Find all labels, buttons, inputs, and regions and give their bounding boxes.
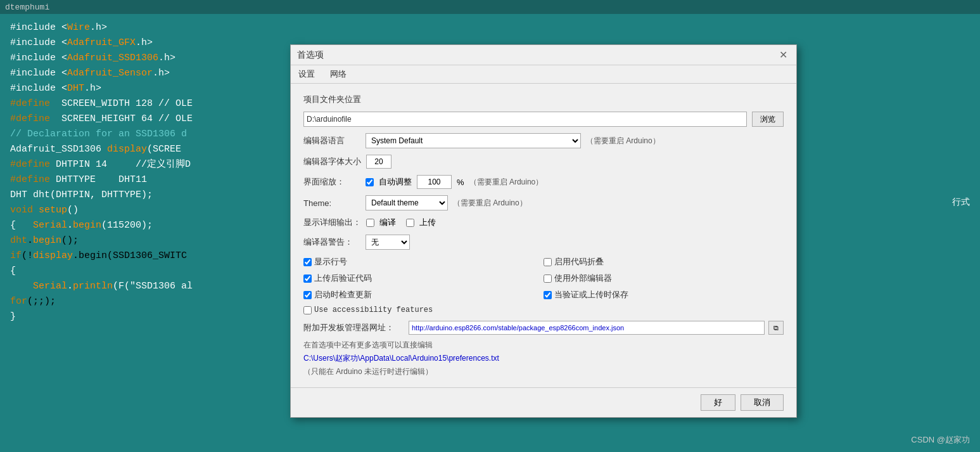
info-text: 在首选项中还有更多选项可以直接编辑 <box>303 340 784 351</box>
dialog-title: 首选项 <box>297 49 324 61</box>
ui-scale-row: 界面缩放： 自动调整 % （需要重启 Arduino） <box>303 175 784 189</box>
ext-editor-checkbox[interactable] <box>544 274 552 283</box>
accessibility-checkbox[interactable] <box>303 306 312 314</box>
scale-pct-input[interactable] <box>417 175 452 189</box>
show-line-label: 显示行号 <box>314 256 347 268</box>
editor-lang-row: 编辑器语言 System Default （需要重启 Arduino） <box>303 133 784 148</box>
upload-label: 上传 <box>419 217 436 228</box>
editor-lang-hint: （需要重启 Arduino） <box>586 136 660 146</box>
project-path-row: 浏览 <box>303 112 784 127</box>
browse-button[interactable]: 浏览 <box>752 112 784 127</box>
ui-scale-label: 界面缩放： <box>303 176 360 188</box>
font-size-label: 编辑器字体大小 <box>303 156 361 167</box>
check-update-checkbox[interactable] <box>303 291 312 299</box>
addon-url-input[interactable] <box>409 321 765 335</box>
compiler-warn-select[interactable]: 无 <box>366 235 410 250</box>
theme-label: Theme: <box>303 198 360 208</box>
close-button[interactable]: ✕ <box>777 49 790 61</box>
dialog-menu: 设置 网络 <box>291 65 796 84</box>
ui-scale-hint: （需要重启 Arduino） <box>469 177 544 188</box>
font-size-row: 编辑器字体大小 <box>303 155 784 169</box>
auto-scale-label: 自动调整 <box>379 176 412 188</box>
file-note: （只能在 Arduino 未运行时进行编辑） <box>303 366 784 377</box>
verify-upload-checkbox[interactable] <box>303 274 312 283</box>
theme-select[interactable]: Default theme <box>366 195 448 210</box>
enable-fold-checkbox[interactable] <box>544 258 552 266</box>
verify-upload-row: 上传后验证代码 <box>303 273 544 284</box>
editor-lang-select[interactable]: System Default <box>366 133 581 148</box>
pct-sign: % <box>457 178 464 187</box>
verbose-label: 显示详细输出： <box>303 217 361 228</box>
addon-url-row: 附加开发板管理器网址： ⧉ <box>303 321 784 335</box>
watermark: CSDN @赵家功 <box>911 434 970 446</box>
theme-hint: （需要重启 Arduino） <box>453 198 527 209</box>
ext-editor-row: 使用外部编辑器 <box>544 273 784 284</box>
menu-item-network[interactable]: 网络 <box>328 67 349 81</box>
save-verify-checkbox[interactable] <box>544 291 552 299</box>
dialog-titlebar: 首选项 ✕ <box>291 45 796 65</box>
project-path-input[interactable] <box>303 112 747 127</box>
compiler-warn-row: 编译器警告： 无 <box>303 235 784 250</box>
verify-upload-label: 上传后验证代码 <box>314 273 372 284</box>
enable-fold-label: 启用代码折叠 <box>554 256 604 268</box>
preferences-dialog: 首选项 ✕ 设置 网络 项目文件夹位置 浏览 编辑器语言 System Defa… <box>290 44 797 418</box>
font-size-input[interactable] <box>366 155 391 169</box>
upload-verbose-checkbox[interactable] <box>406 219 414 227</box>
dialog-overlay: 首选项 ✕ 设置 网络 项目文件夹位置 浏览 编辑器语言 System Defa… <box>0 0 980 452</box>
show-line-checkbox[interactable] <box>303 258 312 266</box>
save-verify-row: 当验证或上传时保存 <box>544 289 784 300</box>
menu-item-settings[interactable]: 设置 <box>296 67 317 81</box>
show-line-row: 显示行号 <box>303 256 544 268</box>
save-verify-label: 当验证或上传时保存 <box>554 289 628 300</box>
ext-editor-label: 使用外部编辑器 <box>554 273 612 284</box>
accessibility-row: Use accessibility features <box>303 306 544 314</box>
enable-fold-row: 启用代码折叠 <box>544 256 784 268</box>
compiler-warn-label: 编译器警告： <box>303 236 360 248</box>
dialog-body: 项目文件夹位置 浏览 编辑器语言 System Default （需要重启 Ar… <box>291 84 796 387</box>
checkboxes-grid: 显示行号 启用代码折叠 上传后验证代码 使用外部编辑器 启动时检查更新 <box>303 256 784 314</box>
addon-url-label: 附加开发板管理器网址： <box>303 322 405 333</box>
check-update-row: 启动时检查更新 <box>303 289 544 300</box>
theme-row: Theme: Default theme （需要重启 Arduino） <box>303 195 784 210</box>
file-path: C:\Users\赵家功\AppData\Local\Arduino15\pre… <box>303 353 784 364</box>
section-title: 项目文件夹位置 <box>303 94 784 105</box>
compile-verbose-checkbox[interactable] <box>366 219 374 227</box>
accessibility-label: Use accessibility features <box>314 306 433 314</box>
url-copy-button[interactable]: ⧉ <box>768 321 784 335</box>
check-update-label: 启动时检查更新 <box>314 289 372 300</box>
ok-button[interactable]: 好 <box>701 394 735 411</box>
cancel-button[interactable]: 取消 <box>741 394 784 411</box>
dialog-footer: 好 取消 <box>291 387 796 417</box>
auto-scale-checkbox[interactable] <box>366 178 374 186</box>
editor-lang-label: 编辑器语言 <box>303 135 360 146</box>
compile-label: 编译 <box>379 217 396 228</box>
verbose-output-row: 显示详细输出： 编译 上传 <box>303 217 784 228</box>
